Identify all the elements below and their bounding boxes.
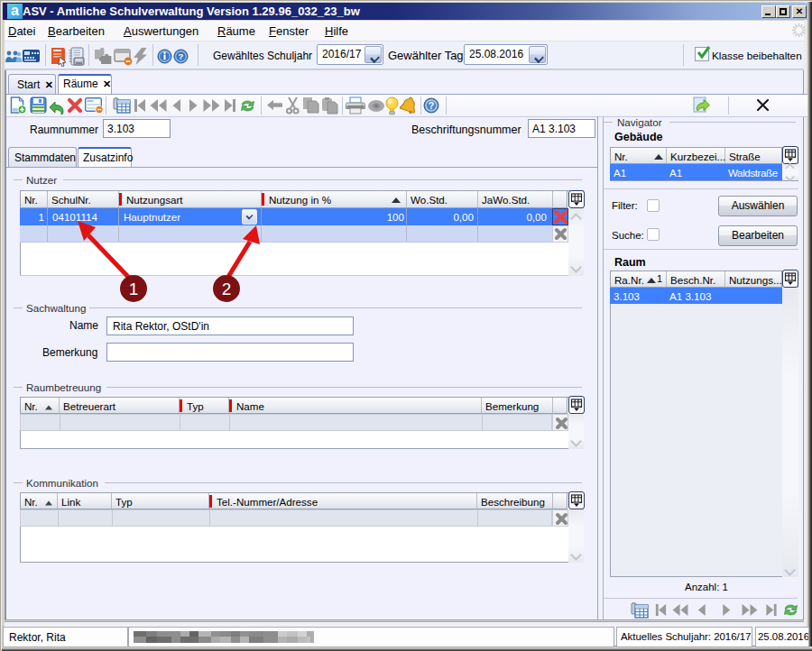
svg-text:1: 1 [129,280,139,298]
svg-text:2: 2 [222,280,232,298]
svg-text:?: ? [179,51,184,61]
